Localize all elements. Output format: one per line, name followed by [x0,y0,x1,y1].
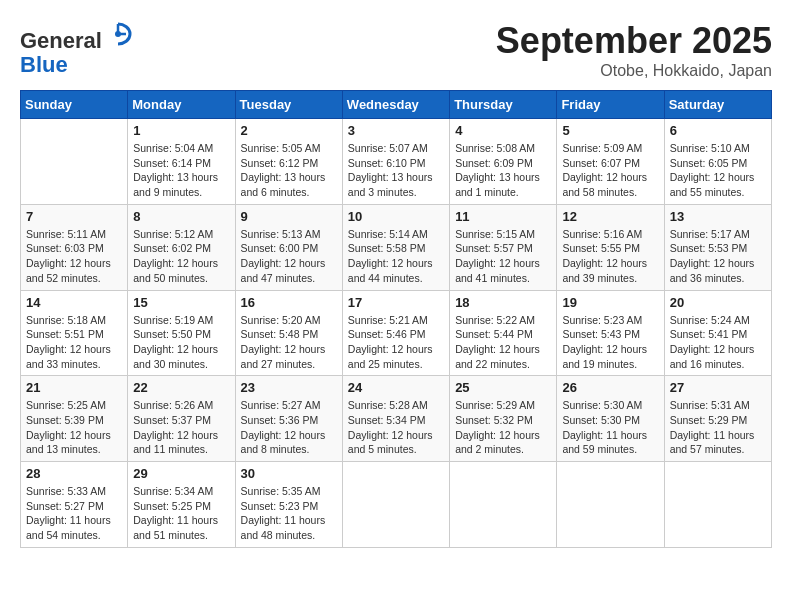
header-wednesday: Wednesday [342,91,449,119]
table-row [664,462,771,548]
calendar-header: Sunday Monday Tuesday Wednesday Thursday… [21,91,772,119]
header-saturday: Saturday [664,91,771,119]
day-number: 16 [241,295,337,310]
day-info: Sunrise: 5:16 AMSunset: 5:55 PMDaylight:… [562,227,658,286]
table-row: 26Sunrise: 5:30 AMSunset: 5:30 PMDayligh… [557,376,664,462]
calendar-week-4: 28Sunrise: 5:33 AMSunset: 5:27 PMDayligh… [21,462,772,548]
table-row: 8Sunrise: 5:12 AMSunset: 6:02 PMDaylight… [128,204,235,290]
day-info: Sunrise: 5:07 AMSunset: 6:10 PMDaylight:… [348,141,444,200]
table-row: 29Sunrise: 5:34 AMSunset: 5:25 PMDayligh… [128,462,235,548]
day-info: Sunrise: 5:13 AMSunset: 6:00 PMDaylight:… [241,227,337,286]
calendar-body: 1Sunrise: 5:04 AMSunset: 6:14 PMDaylight… [21,119,772,548]
header-monday: Monday [128,91,235,119]
day-number: 25 [455,380,551,395]
table-row: 23Sunrise: 5:27 AMSunset: 5:36 PMDayligh… [235,376,342,462]
day-info: Sunrise: 5:04 AMSunset: 6:14 PMDaylight:… [133,141,229,200]
table-row: 14Sunrise: 5:18 AMSunset: 5:51 PMDayligh… [21,290,128,376]
table-row: 27Sunrise: 5:31 AMSunset: 5:29 PMDayligh… [664,376,771,462]
day-info: Sunrise: 5:30 AMSunset: 5:30 PMDaylight:… [562,398,658,457]
day-info: Sunrise: 5:11 AMSunset: 6:03 PMDaylight:… [26,227,122,286]
table-row: 22Sunrise: 5:26 AMSunset: 5:37 PMDayligh… [128,376,235,462]
table-row: 25Sunrise: 5:29 AMSunset: 5:32 PMDayligh… [450,376,557,462]
title-block: September 2025 Otobe, Hokkaido, Japan [496,20,772,80]
month-title: September 2025 [496,20,772,62]
day-info: Sunrise: 5:24 AMSunset: 5:41 PMDaylight:… [670,313,766,372]
day-number: 8 [133,209,229,224]
day-info: Sunrise: 5:29 AMSunset: 5:32 PMDaylight:… [455,398,551,457]
day-info: Sunrise: 5:20 AMSunset: 5:48 PMDaylight:… [241,313,337,372]
day-number: 23 [241,380,337,395]
header-tuesday: Tuesday [235,91,342,119]
day-info: Sunrise: 5:14 AMSunset: 5:58 PMDaylight:… [348,227,444,286]
day-info: Sunrise: 5:18 AMSunset: 5:51 PMDaylight:… [26,313,122,372]
day-number: 11 [455,209,551,224]
day-info: Sunrise: 5:28 AMSunset: 5:34 PMDaylight:… [348,398,444,457]
logo-blue: Blue [20,52,68,77]
day-info: Sunrise: 5:21 AMSunset: 5:46 PMDaylight:… [348,313,444,372]
day-number: 19 [562,295,658,310]
day-info: Sunrise: 5:23 AMSunset: 5:43 PMDaylight:… [562,313,658,372]
logo-general: General [20,28,102,53]
day-info: Sunrise: 5:31 AMSunset: 5:29 PMDaylight:… [670,398,766,457]
table-row: 3Sunrise: 5:07 AMSunset: 6:10 PMDaylight… [342,119,449,205]
day-info: Sunrise: 5:08 AMSunset: 6:09 PMDaylight:… [455,141,551,200]
table-row: 7Sunrise: 5:11 AMSunset: 6:03 PMDaylight… [21,204,128,290]
logo-icon [104,20,132,48]
header-sunday: Sunday [21,91,128,119]
table-row: 10Sunrise: 5:14 AMSunset: 5:58 PMDayligh… [342,204,449,290]
day-info: Sunrise: 5:25 AMSunset: 5:39 PMDaylight:… [26,398,122,457]
logo: General Blue [20,20,132,77]
day-number: 28 [26,466,122,481]
svg-point-0 [115,31,121,37]
day-number: 12 [562,209,658,224]
day-number: 13 [670,209,766,224]
day-number: 29 [133,466,229,481]
header-row: Sunday Monday Tuesday Wednesday Thursday… [21,91,772,119]
day-number: 1 [133,123,229,138]
table-row: 2Sunrise: 5:05 AMSunset: 6:12 PMDaylight… [235,119,342,205]
header-thursday: Thursday [450,91,557,119]
day-info: Sunrise: 5:10 AMSunset: 6:05 PMDaylight:… [670,141,766,200]
day-number: 15 [133,295,229,310]
table-row: 5Sunrise: 5:09 AMSunset: 6:07 PMDaylight… [557,119,664,205]
day-info: Sunrise: 5:09 AMSunset: 6:07 PMDaylight:… [562,141,658,200]
table-row [450,462,557,548]
table-row [21,119,128,205]
page-header: General Blue September 2025 Otobe, Hokka… [20,20,772,80]
calendar-table: Sunday Monday Tuesday Wednesday Thursday… [20,90,772,548]
day-number: 3 [348,123,444,138]
calendar-week-1: 7Sunrise: 5:11 AMSunset: 6:03 PMDaylight… [21,204,772,290]
day-number: 30 [241,466,337,481]
day-info: Sunrise: 5:12 AMSunset: 6:02 PMDaylight:… [133,227,229,286]
table-row: 4Sunrise: 5:08 AMSunset: 6:09 PMDaylight… [450,119,557,205]
day-number: 27 [670,380,766,395]
calendar-week-3: 21Sunrise: 5:25 AMSunset: 5:39 PMDayligh… [21,376,772,462]
day-number: 7 [26,209,122,224]
day-info: Sunrise: 5:17 AMSunset: 5:53 PMDaylight:… [670,227,766,286]
day-number: 17 [348,295,444,310]
table-row: 24Sunrise: 5:28 AMSunset: 5:34 PMDayligh… [342,376,449,462]
day-number: 6 [670,123,766,138]
table-row: 19Sunrise: 5:23 AMSunset: 5:43 PMDayligh… [557,290,664,376]
table-row: 28Sunrise: 5:33 AMSunset: 5:27 PMDayligh… [21,462,128,548]
location: Otobe, Hokkaido, Japan [496,62,772,80]
day-info: Sunrise: 5:26 AMSunset: 5:37 PMDaylight:… [133,398,229,457]
day-info: Sunrise: 5:15 AMSunset: 5:57 PMDaylight:… [455,227,551,286]
day-number: 22 [133,380,229,395]
table-row: 18Sunrise: 5:22 AMSunset: 5:44 PMDayligh… [450,290,557,376]
day-number: 20 [670,295,766,310]
day-number: 26 [562,380,658,395]
table-row: 13Sunrise: 5:17 AMSunset: 5:53 PMDayligh… [664,204,771,290]
day-info: Sunrise: 5:05 AMSunset: 6:12 PMDaylight:… [241,141,337,200]
table-row: 12Sunrise: 5:16 AMSunset: 5:55 PMDayligh… [557,204,664,290]
day-info: Sunrise: 5:33 AMSunset: 5:27 PMDaylight:… [26,484,122,543]
table-row: 21Sunrise: 5:25 AMSunset: 5:39 PMDayligh… [21,376,128,462]
table-row [342,462,449,548]
day-number: 5 [562,123,658,138]
day-number: 2 [241,123,337,138]
table-row: 16Sunrise: 5:20 AMSunset: 5:48 PMDayligh… [235,290,342,376]
day-info: Sunrise: 5:19 AMSunset: 5:50 PMDaylight:… [133,313,229,372]
table-row: 11Sunrise: 5:15 AMSunset: 5:57 PMDayligh… [450,204,557,290]
table-row: 9Sunrise: 5:13 AMSunset: 6:00 PMDaylight… [235,204,342,290]
header-friday: Friday [557,91,664,119]
